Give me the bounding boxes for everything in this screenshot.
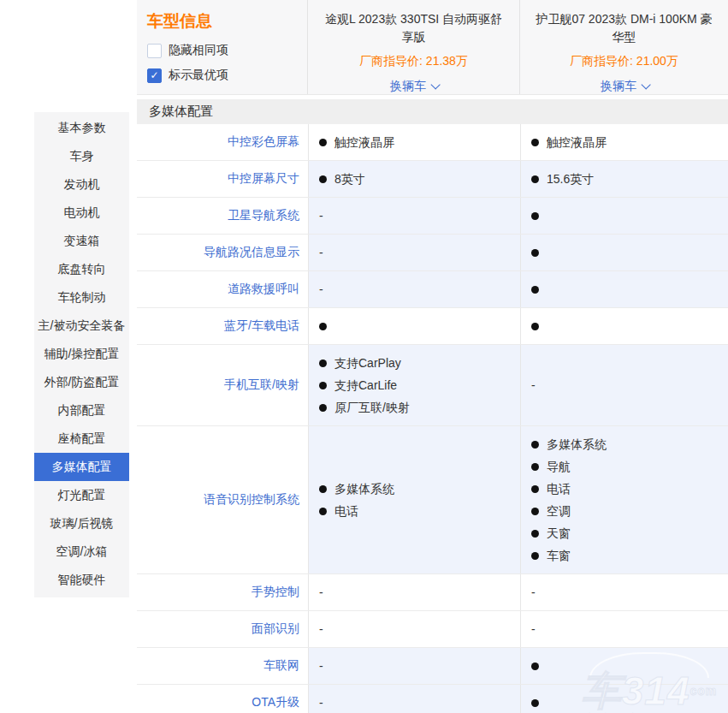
spec-label-link[interactable]: OTA升级 xyxy=(137,685,308,713)
spec-value-cell xyxy=(520,648,728,684)
spec-value-text: 15.6英寸 xyxy=(547,168,594,190)
spec-value-cell xyxy=(520,198,728,234)
spec-label-link[interactable]: 车联网 xyxy=(137,648,308,684)
spec-value-cell: 触控液晶屏 xyxy=(520,124,728,160)
hide-same-checkbox[interactable]: ✓ 隐藏相同项 xyxy=(147,43,297,58)
equipped-dot-icon xyxy=(531,139,539,146)
spec-value-cell xyxy=(308,308,520,344)
car-price: 厂商指导价: 21.00万 xyxy=(570,54,678,69)
spec-label-link[interactable]: 中控屏幕尺寸 xyxy=(137,161,308,197)
equipped-dot-icon xyxy=(319,508,327,515)
spec-value-text: 空调 xyxy=(547,500,571,522)
compare-content: 车型信息 ✓ 隐藏相同项 ✓ 标示最优项 途观L 2023款 330TSI 自动… xyxy=(137,0,728,713)
mark-best-checkbox[interactable]: ✓ 标示最优项 xyxy=(147,68,297,83)
spec-value-cell: 多媒体系统导航电话空调天窗车窗 xyxy=(520,426,728,573)
spec-value-item xyxy=(531,323,723,330)
spec-value-cell xyxy=(520,271,728,307)
spec-value-item xyxy=(531,662,723,670)
sidebar-item[interactable]: 空调/冰箱 xyxy=(34,538,129,566)
spec-label-link[interactable]: 蓝牙/车载电话 xyxy=(137,308,308,344)
spec-value-cell: - xyxy=(520,345,728,425)
spec-label-link[interactable]: 卫星导航系统 xyxy=(137,198,308,234)
sidebar-item[interactable]: 电动机 xyxy=(34,199,129,227)
table-row: 导航路况信息显示- xyxy=(137,235,728,271)
spec-value-item: 多媒体系统 xyxy=(531,433,723,455)
sidebar-item[interactable]: 灯光配置 xyxy=(34,481,129,509)
spec-value-item: 触控液晶屏 xyxy=(531,131,723,153)
table-row: 语音识别控制系统多媒体系统电话多媒体系统导航电话空调天窗车窗 xyxy=(137,426,728,574)
car-name: 护卫舰07 2023款 DM-i 100KM 豪华型 xyxy=(534,10,714,46)
spec-label-link[interactable]: 面部识别 xyxy=(137,611,308,647)
car-header-1: 途观L 2023款 330TSI 自动两驱舒享版 厂商指导价: 21.38万 换… xyxy=(308,0,520,94)
spec-value-item: 车窗 xyxy=(531,544,723,567)
spec-value-item: - xyxy=(531,618,723,640)
spec-value-text: 天窗 xyxy=(547,522,571,544)
equipped-dot-icon xyxy=(319,323,327,330)
compare-header: 车型信息 ✓ 隐藏相同项 ✓ 标示最优项 途观L 2023款 330TSI 自动… xyxy=(137,0,728,95)
spec-label-link[interactable]: 中控彩色屏幕 xyxy=(137,124,308,160)
spec-value-cell: 8英寸 xyxy=(308,161,520,197)
spec-value-text: 多媒体系统 xyxy=(547,433,607,455)
spec-value-text: 车窗 xyxy=(547,544,571,567)
table-row: 中控彩色屏幕触控液晶屏触控液晶屏 xyxy=(137,124,728,161)
spec-value-cell: 多媒体系统电话 xyxy=(308,426,520,573)
spec-value-cell: - xyxy=(308,271,520,307)
equipped-dot-icon xyxy=(531,249,539,257)
sidebar-item[interactable]: 辅助/操控配置 xyxy=(34,340,129,368)
sidebar-item[interactable]: 基本参数 xyxy=(34,114,129,142)
equipped-dot-icon xyxy=(319,175,327,183)
section-title: 多媒体配置 xyxy=(149,104,213,120)
checkbox-icon[interactable]: ✓ xyxy=(147,68,162,83)
spec-label-link[interactable]: 语音识别控制系统 xyxy=(137,426,308,573)
spec-value-item xyxy=(531,699,723,707)
car-name: 途观L 2023款 330TSI 自动两驱舒享版 xyxy=(322,10,506,46)
equipped-dot-icon xyxy=(531,485,539,493)
car-header-2: 护卫舰07 2023款 DM-i 100KM 豪华型 厂商指导价: 21.00万… xyxy=(520,0,728,94)
equipped-dot-icon xyxy=(531,552,539,560)
spec-label-link[interactable]: 导航路况信息显示 xyxy=(137,235,308,270)
spec-value-item: - xyxy=(319,655,515,677)
spec-value-item: - xyxy=(319,618,515,640)
sidebar-item[interactable]: 发动机 xyxy=(34,170,129,199)
spec-value-item: 导航 xyxy=(531,455,723,478)
spec-value-item: 电话 xyxy=(531,478,723,500)
table-row: 车联网- xyxy=(137,648,728,685)
spec-value-item: - xyxy=(319,278,515,300)
spec-value-cell: - xyxy=(520,611,728,647)
table-row: OTA升级- xyxy=(137,685,728,713)
sidebar-item[interactable]: 外部/防盗配置 xyxy=(34,368,129,396)
change-car-button[interactable]: 换辆车 xyxy=(601,79,648,94)
equipped-dot-icon xyxy=(319,359,327,367)
sidebar-item[interactable]: 玻璃/后视镜 xyxy=(34,509,129,538)
equipped-dot-icon xyxy=(531,212,539,220)
equipped-dot-icon xyxy=(531,508,539,515)
equipped-dot-icon xyxy=(319,139,327,146)
sidebar-item[interactable]: 内部配置 xyxy=(34,396,129,425)
spec-label-link[interactable]: 手势控制 xyxy=(137,574,308,610)
spec-value-cell: - xyxy=(308,574,520,610)
chevron-down-icon xyxy=(430,80,440,89)
table-row: 道路救援呼叫- xyxy=(137,271,728,308)
spec-value-item xyxy=(531,212,723,220)
car-compare-page: 基本参数车身发动机电动机变速箱底盘转向车轮制动主/被动安全装备辅助/操控配置外部… xyxy=(0,0,728,713)
spec-value-cell xyxy=(520,235,728,270)
checkbox-icon[interactable]: ✓ xyxy=(147,44,162,58)
spec-label-link[interactable]: 手机互联/映射 xyxy=(137,345,308,425)
sidebar-item[interactable]: 多媒体配置 xyxy=(34,453,129,481)
spec-value-item: 原厂互联/映射 xyxy=(319,396,515,419)
spec-value-text: 原厂互联/映射 xyxy=(334,396,410,419)
spec-value-text: 多媒体系统 xyxy=(334,478,394,500)
spec-value-item: - xyxy=(319,205,515,227)
spec-label-link[interactable]: 道路救援呼叫 xyxy=(137,271,308,307)
sidebar-item[interactable]: 底盘转向 xyxy=(34,255,129,283)
change-car-button[interactable]: 换辆车 xyxy=(390,79,437,94)
spec-value-text: 支持CarLife xyxy=(334,374,397,396)
sidebar-item[interactable]: 车身 xyxy=(34,142,129,170)
sidebar-item[interactable]: 变速箱 xyxy=(34,227,129,255)
sidebar-item[interactable]: 座椅配置 xyxy=(34,425,129,453)
sidebar-item[interactable]: 主/被动安全装备 xyxy=(34,312,129,340)
spec-table: 中控彩色屏幕触控液晶屏触控液晶屏中控屏幕尺寸8英寸15.6英寸卫星导航系统-导航… xyxy=(137,124,728,713)
spec-value-item: 8英寸 xyxy=(319,168,515,190)
sidebar-item[interactable]: 智能硬件 xyxy=(34,566,129,594)
sidebar-item[interactable]: 车轮制动 xyxy=(34,283,129,312)
